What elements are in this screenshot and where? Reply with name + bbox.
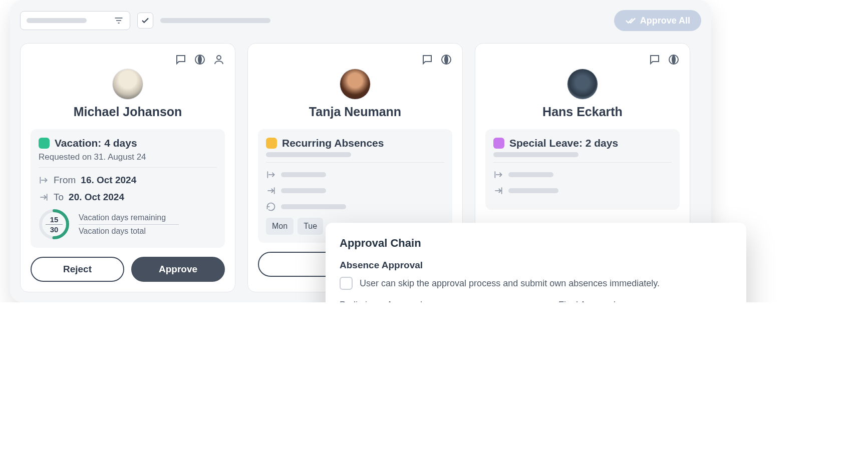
final-approval-col: Final Approval <box>558 300 732 302</box>
placeholder-line <box>493 152 578 157</box>
to-icon <box>493 186 503 196</box>
from-row <box>493 170 672 180</box>
placeholder-line <box>281 172 326 177</box>
approve-all-button[interactable]: Approve All <box>614 10 701 31</box>
modal-title: Approval Chain <box>340 237 732 250</box>
check-icon <box>141 16 150 25</box>
placeholder-line <box>266 152 351 157</box>
absence-type-row: Vacation: 4 days <box>39 137 217 149</box>
request-info: Special Leave: 2 days <box>485 129 680 210</box>
stat-total: Vacation days total <box>79 227 179 236</box>
from-row: From 16. Oct 2024 <box>39 175 217 186</box>
day-chip[interactable]: Tue <box>298 218 323 235</box>
skip-approval-row: User can skip the approval process and s… <box>340 277 732 290</box>
card-actions: Reject Approve <box>31 257 225 282</box>
to-row: To 20. Oct 2024 <box>39 192 217 203</box>
skip-approval-label: User can skip the approval process and s… <box>360 278 660 289</box>
requested-label: Requested on 31. August 24 <box>39 152 217 162</box>
filter-placeholder-bar <box>27 18 87 23</box>
comment-icon[interactable] <box>421 54 433 66</box>
header-placeholder <box>160 18 270 23</box>
stat-labels: Vacation days remaining Vacation days to… <box>79 213 179 236</box>
placeholder-line <box>508 172 553 177</box>
placeholder-line <box>508 188 558 193</box>
reject-button[interactable]: Reject <box>31 257 124 282</box>
filter-icon <box>114 16 124 26</box>
divider <box>39 167 217 168</box>
absence-type-row: Special Leave: 2 days <box>493 137 672 149</box>
card-icons <box>485 54 680 66</box>
from-icon <box>39 175 49 185</box>
to-label: To <box>54 192 64 203</box>
avatar <box>112 69 143 100</box>
approve-button[interactable]: Approve <box>131 257 225 282</box>
employee-name: Michael Johanson <box>31 105 225 119</box>
stats-row: 15 30 Vacation days remaining Vacation d… <box>39 209 217 240</box>
avatar <box>567 69 598 100</box>
card-icons <box>31 54 225 66</box>
absence-type-row: Recurring Absences <box>266 137 444 149</box>
gauge-remaining: 15 <box>50 215 59 224</box>
from-value: 16. Oct 2024 <box>81 175 136 186</box>
approvals-panel: Approve All Michael Johanson Vacation: 4… <box>10 0 711 302</box>
type-label: Special Leave: 2 days <box>509 137 618 149</box>
approve-all-label: Approve All <box>640 16 690 26</box>
request-card: Michael Johanson Vacation: 4 days Reques… <box>20 43 235 292</box>
svg-point-19 <box>672 55 676 64</box>
type-dot <box>39 138 50 149</box>
svg-point-13 <box>444 55 448 64</box>
days-gauge: 15 30 <box>39 209 70 240</box>
type-dot <box>266 138 277 149</box>
day-chip[interactable]: Mon <box>266 218 294 235</box>
double-check-icon <box>625 15 636 26</box>
divider <box>266 162 444 163</box>
refresh-icon <box>266 202 276 212</box>
user-icon[interactable] <box>213 54 225 66</box>
from-icon <box>266 170 276 180</box>
type-dot <box>493 138 504 149</box>
final-label: Final Approval <box>558 300 732 302</box>
employee-name: Hans Eckarth <box>485 105 680 119</box>
eye-icon[interactable] <box>668 54 680 66</box>
eye-icon[interactable] <box>440 54 452 66</box>
approval-chain-modal: Approval Chain Absence Approval User can… <box>326 223 746 302</box>
to-value: 20. Oct 2024 <box>69 192 124 203</box>
filter-input[interactable] <box>20 11 130 30</box>
avatar <box>340 69 371 100</box>
gauge-total: 30 <box>50 225 59 234</box>
from-label: From <box>54 175 76 186</box>
svg-point-4 <box>198 55 202 64</box>
from-icon <box>493 170 503 180</box>
preliminary-approval-col: Preliminary Approval AA Account Administ… <box>340 300 513 302</box>
to-icon <box>39 192 49 202</box>
comment-icon[interactable] <box>649 54 661 66</box>
to-row <box>266 186 444 196</box>
approval-columns: Preliminary Approval AA Account Administ… <box>340 300 732 302</box>
skip-approval-checkbox[interactable] <box>340 277 353 290</box>
type-label: Vacation: 4 days <box>55 137 137 149</box>
panel-header: Approve All <box>20 10 701 31</box>
preliminary-label: Preliminary Approval <box>340 300 513 302</box>
svg-point-5 <box>217 56 221 60</box>
divider <box>493 162 672 163</box>
section-title: Absence Approval <box>340 260 732 271</box>
eye-icon[interactable] <box>194 54 206 66</box>
request-info: Vacation: 4 days Requested on 31. August… <box>31 129 225 248</box>
placeholder-line <box>281 188 326 193</box>
placeholder-line <box>281 204 346 209</box>
type-label: Recurring Absences <box>282 137 384 149</box>
recurring-row <box>266 202 444 212</box>
stat-remaining: Vacation days remaining <box>79 213 179 222</box>
comment-icon[interactable] <box>175 54 187 66</box>
select-all-checkbox[interactable] <box>137 13 153 29</box>
to-icon <box>266 186 276 196</box>
card-icons <box>258 54 452 66</box>
from-row <box>266 170 444 180</box>
employee-name: Tanja Neumann <box>258 105 452 119</box>
to-row <box>493 186 672 196</box>
